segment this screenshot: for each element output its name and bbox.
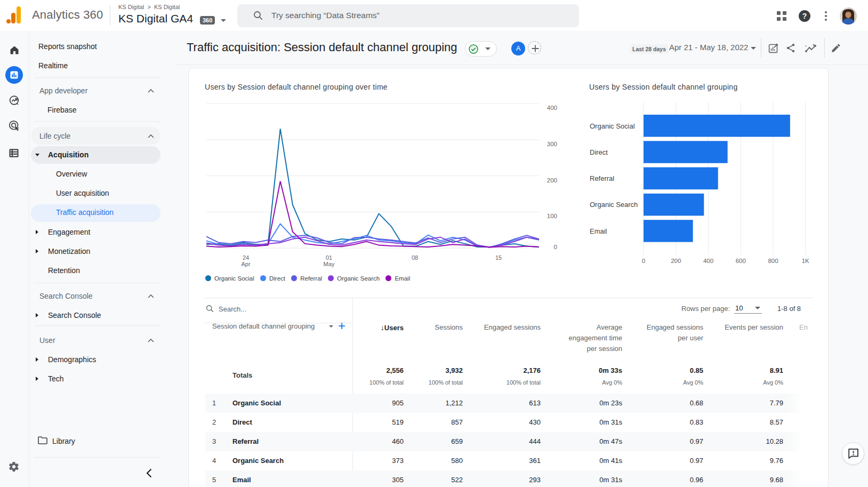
svg-text:0: 0 [642,258,645,264]
svg-text:100: 100 [547,213,557,219]
svg-text:Email: Email [590,227,607,235]
svg-text:1K: 1K [802,258,809,264]
svg-text:200: 200 [671,258,681,264]
svg-text:Organic Search: Organic Search [590,201,638,209]
svg-text:Organic Social: Organic Social [590,122,635,130]
svg-text:0: 0 [554,244,557,250]
svg-text:300: 300 [547,141,557,147]
svg-text:Referral: Referral [590,174,614,182]
svg-text:800: 800 [768,258,778,264]
svg-text:600: 600 [736,258,746,264]
svg-text:400: 400 [547,105,557,111]
svg-text:Direct: Direct [590,148,608,156]
svg-text:400: 400 [703,258,713,264]
svg-text:200: 200 [547,177,557,183]
